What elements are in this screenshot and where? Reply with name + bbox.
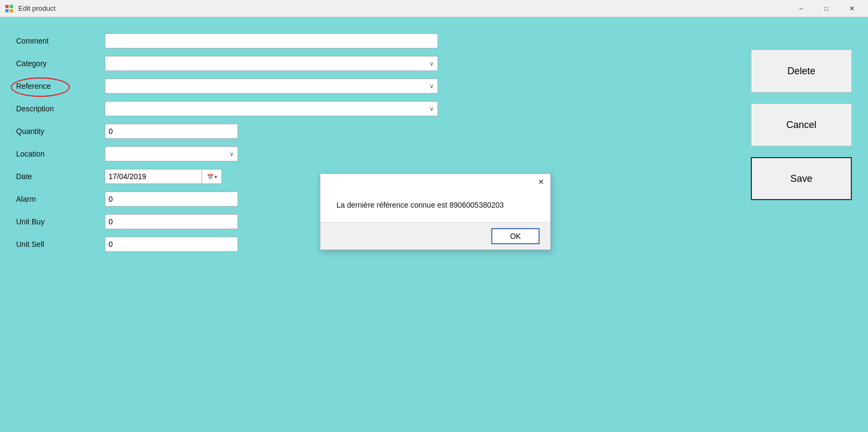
window-controls: – □ ✕ xyxy=(789,1,864,17)
modal-body: La dernière référence connue est 8906005… xyxy=(320,190,550,222)
maximize-button[interactable]: □ xyxy=(814,1,838,17)
close-button[interactable]: ✕ xyxy=(840,1,864,17)
window-title: Edit product xyxy=(18,4,55,12)
modal-close-button[interactable]: ✕ xyxy=(535,176,547,188)
app-icon xyxy=(4,4,14,13)
modal-message: La dernière référence connue est 8906005… xyxy=(336,201,504,209)
modal-dialog: ✕ La dernière référence connue est 89060… xyxy=(320,173,551,250)
modal-footer: OK xyxy=(320,222,550,250)
modal-overlay: ✕ La dernière référence connue est 89060… xyxy=(0,17,868,432)
title-bar: Edit product – □ ✕ xyxy=(0,0,868,17)
modal-ok-button[interactable]: OK xyxy=(491,228,540,244)
title-bar-left: Edit product xyxy=(4,4,55,13)
minimize-button[interactable]: – xyxy=(789,1,813,17)
main-content: Comment Category Reference Description xyxy=(0,17,868,432)
modal-titlebar: ✕ xyxy=(320,174,550,190)
